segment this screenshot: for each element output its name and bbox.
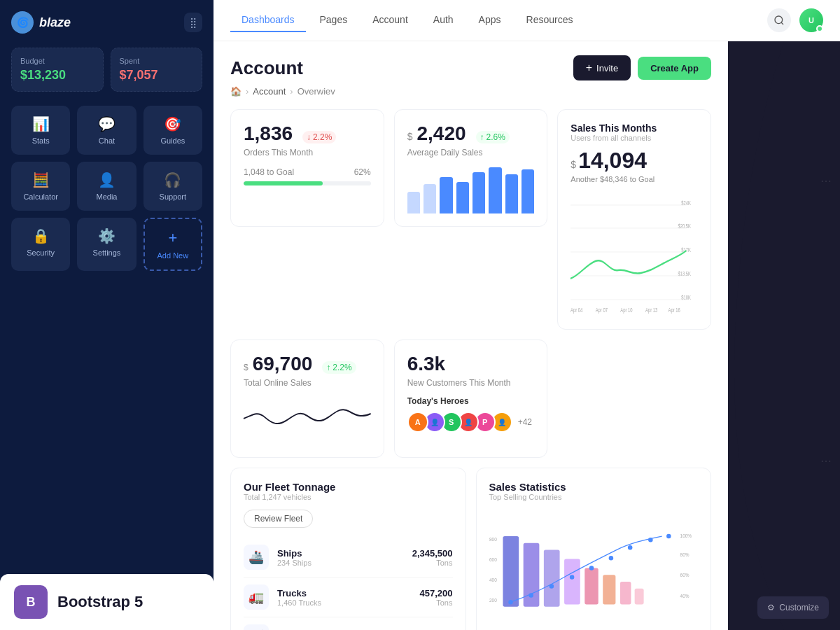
customize-button[interactable]: ⚙ Customize xyxy=(757,596,829,619)
top-nav: Dashboards Pages Account Auth Apps Resou… xyxy=(214,0,840,41)
spent-card: Spent $7,057 xyxy=(111,48,203,92)
budget-value: $13,230 xyxy=(20,68,94,83)
nav-link-apps[interactable]: Apps xyxy=(468,8,512,32)
breadcrumb-account[interactable]: Account xyxy=(253,86,286,97)
sales-line-chart: $24K $20.5K $17K $13.5K $10K xyxy=(570,195,698,314)
sidebar-item-add-new[interactable]: + Add New xyxy=(144,218,202,271)
nav-link-resources[interactable]: Resources xyxy=(515,8,584,32)
nav-link-pages[interactable]: Pages xyxy=(309,8,359,32)
trucks-amount: 457,200 Tons xyxy=(420,588,453,607)
review-fleet-button[interactable]: Review Fleet xyxy=(244,510,313,528)
svg-text:600: 600 xyxy=(489,557,497,562)
security-label: Security xyxy=(27,248,55,257)
trucks-value: 457,200 xyxy=(420,588,453,598)
menu-icon[interactable]: ⣿ xyxy=(184,13,202,32)
trucks-icon: 🚛 xyxy=(244,584,269,610)
ships-name: Ships xyxy=(277,548,412,559)
daily-sales-chart xyxy=(407,164,535,214)
top-nav-right: U xyxy=(767,8,823,32)
sidebar-item-support[interactable]: 🎧 Support xyxy=(144,162,202,211)
orders-progress: 1,048 to Goal 62% xyxy=(244,167,371,186)
planes-name: Planes xyxy=(277,628,430,631)
total-sales-label: Total Online Sales xyxy=(244,378,371,388)
svg-point-34 xyxy=(608,556,612,560)
svg-text:Apr 07: Apr 07 xyxy=(596,307,608,314)
svg-point-31 xyxy=(549,584,553,588)
support-label: Support xyxy=(160,192,187,201)
svg-text:Apr 16: Apr 16 xyxy=(668,307,680,314)
top-nav-links: Dashboards Pages Account Auth Apps Resou… xyxy=(230,8,584,32)
sidebar-item-media[interactable]: 👤 Media xyxy=(77,162,136,211)
fleet-subtitle: Total 1,247 vehicles xyxy=(244,493,453,501)
svg-text:200: 200 xyxy=(489,598,497,603)
hero-avatar-1: A xyxy=(407,412,428,433)
sidebar-item-settings[interactable]: ⚙️ Settings xyxy=(77,218,136,271)
hero-count: +42 xyxy=(518,417,532,427)
trucks-info: Trucks 1,460 Trucks xyxy=(277,588,420,607)
sidebar-item-calculator[interactable]: 🧮 Calculator xyxy=(11,162,70,211)
ships-info: Ships 234 Ships xyxy=(277,548,412,567)
bootstrap-text: Bootstrap 5 xyxy=(57,593,143,611)
orders-arrow-down: ↓ xyxy=(307,132,311,142)
user-avatar[interactable]: U xyxy=(799,8,823,32)
svg-text:$20.5K: $20.5K xyxy=(678,223,691,230)
nav-link-auth[interactable]: Auth xyxy=(422,8,465,32)
new-customers-value: 6.3k xyxy=(407,353,446,375)
spacer xyxy=(557,340,711,458)
page-actions: + Invite Create App xyxy=(573,55,711,80)
nav-link-dashboards[interactable]: Dashboards xyxy=(230,8,306,32)
svg-text:40%: 40% xyxy=(680,594,689,598)
total-sales-card: $ 69,700 ↑ 2.2% Total Online Sales xyxy=(230,340,384,458)
total-sales-value: 69,700 xyxy=(253,353,313,375)
breadcrumb-home: 🏠 xyxy=(230,86,241,97)
panel-icon-2: ⋯ xyxy=(820,454,832,468)
sales-month-goal: Another $48,346 to Goal xyxy=(570,175,698,183)
trucks-unit: Tons xyxy=(420,598,453,607)
sidebar-item-stats[interactable]: 📊 Stats xyxy=(11,106,70,155)
calculator-icon: 🧮 xyxy=(32,172,50,188)
nav-grid: 📊 Stats 💬 Chat 🎯 Guides 🧮 Calculator 👤 M… xyxy=(11,106,202,271)
svg-text:800: 800 xyxy=(489,537,497,542)
invite-plus-icon: + xyxy=(586,62,592,74)
svg-text:Apr 10: Apr 10 xyxy=(621,307,633,314)
svg-point-36 xyxy=(648,538,652,542)
orders-label: Orders This Month xyxy=(244,148,371,158)
svg-text:Apr 04: Apr 04 xyxy=(570,307,582,314)
svg-point-35 xyxy=(627,545,631,550)
svg-text:$10K: $10K xyxy=(682,294,692,302)
budget-cards: Budget $13,230 Spent $7,057 xyxy=(11,48,202,92)
right-panel: ⋯ ⋯ xyxy=(728,41,840,630)
chat-label: Chat xyxy=(99,136,115,145)
ships-unit: Tons xyxy=(412,559,453,567)
create-app-button[interactable]: Create App xyxy=(638,57,711,80)
bootstrap-icon: B xyxy=(14,585,48,619)
support-icon: 🎧 xyxy=(164,172,181,188)
svg-rect-23 xyxy=(543,550,559,607)
sidebar-item-guides[interactable]: 🎯 Guides xyxy=(144,106,202,155)
stats-label: Stats xyxy=(32,136,50,145)
svg-point-33 xyxy=(589,566,593,570)
daily-sales-change: ↑ 2.6% xyxy=(476,131,510,144)
spent-label: Spent xyxy=(120,57,194,65)
security-icon: 🔒 xyxy=(32,227,50,244)
media-icon: 👤 xyxy=(98,172,115,188)
heroes-label: Today's Heroes xyxy=(407,396,535,406)
sidebar-item-security[interactable]: 🔒 Security xyxy=(11,218,70,271)
add-new-label: Add New xyxy=(158,251,189,260)
daily-sales-label: Average Daily Sales xyxy=(407,148,535,158)
stats-icon: 📊 xyxy=(32,115,50,132)
nav-link-account[interactable]: Account xyxy=(361,8,419,32)
page-header: Account + Invite Create App xyxy=(230,55,711,80)
svg-point-37 xyxy=(666,534,671,538)
svg-text:80%: 80% xyxy=(680,552,689,557)
breadcrumb-overview: Overwiev xyxy=(298,86,335,97)
logo-area: 🌀 blaze xyxy=(11,11,71,34)
fleet-title: Our Fleet Tonnage xyxy=(244,481,453,493)
guides-icon: 🎯 xyxy=(164,115,181,132)
ships-sub: 234 Ships xyxy=(277,559,412,567)
sidebar-header: 🌀 blaze ⣿ xyxy=(11,11,202,34)
page-area: Account + Invite Create App 🏠 › Account … xyxy=(214,41,840,630)
invite-button[interactable]: + Invite xyxy=(573,55,631,80)
search-button[interactable] xyxy=(767,8,791,32)
sidebar-item-chat[interactable]: 💬 Chat xyxy=(77,106,136,155)
